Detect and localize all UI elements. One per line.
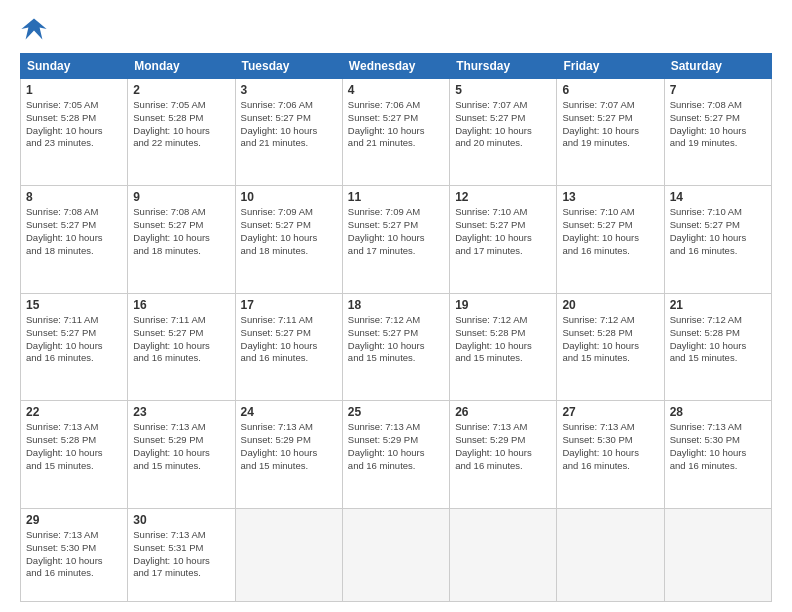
day-info: Sunrise: 7:05 AM Sunset: 5:28 PM Dayligh…: [26, 99, 122, 150]
calendar-cell: [450, 508, 557, 601]
day-number: 29: [26, 513, 122, 527]
calendar-weekday-header: Wednesday: [342, 54, 449, 79]
calendar-cell: 4Sunrise: 7:06 AM Sunset: 5:27 PM Daylig…: [342, 79, 449, 186]
calendar-cell: 23Sunrise: 7:13 AM Sunset: 5:29 PM Dayli…: [128, 401, 235, 508]
day-number: 15: [26, 298, 122, 312]
calendar-cell: 19Sunrise: 7:12 AM Sunset: 5:28 PM Dayli…: [450, 293, 557, 400]
calendar-cell: 8Sunrise: 7:08 AM Sunset: 5:27 PM Daylig…: [21, 186, 128, 293]
calendar-cell: 29Sunrise: 7:13 AM Sunset: 5:30 PM Dayli…: [21, 508, 128, 601]
calendar-cell: [664, 508, 771, 601]
calendar-cell: 13Sunrise: 7:10 AM Sunset: 5:27 PM Dayli…: [557, 186, 664, 293]
day-info: Sunrise: 7:12 AM Sunset: 5:27 PM Dayligh…: [348, 314, 444, 365]
calendar-cell: 15Sunrise: 7:11 AM Sunset: 5:27 PM Dayli…: [21, 293, 128, 400]
day-info: Sunrise: 7:13 AM Sunset: 5:30 PM Dayligh…: [26, 529, 122, 580]
day-number: 25: [348, 405, 444, 419]
day-info: Sunrise: 7:13 AM Sunset: 5:29 PM Dayligh…: [133, 421, 229, 472]
calendar-week-row: 15Sunrise: 7:11 AM Sunset: 5:27 PM Dayli…: [21, 293, 772, 400]
day-number: 1: [26, 83, 122, 97]
calendar-weekday-header: Monday: [128, 54, 235, 79]
day-info: Sunrise: 7:13 AM Sunset: 5:29 PM Dayligh…: [241, 421, 337, 472]
page: SundayMondayTuesdayWednesdayThursdayFrid…: [0, 0, 792, 612]
day-number: 6: [562, 83, 658, 97]
day-number: 17: [241, 298, 337, 312]
calendar-cell: 17Sunrise: 7:11 AM Sunset: 5:27 PM Dayli…: [235, 293, 342, 400]
day-number: 19: [455, 298, 551, 312]
day-number: 28: [670, 405, 766, 419]
day-number: 26: [455, 405, 551, 419]
calendar-cell: 12Sunrise: 7:10 AM Sunset: 5:27 PM Dayli…: [450, 186, 557, 293]
day-info: Sunrise: 7:10 AM Sunset: 5:27 PM Dayligh…: [455, 206, 551, 257]
calendar-weekday-header: Tuesday: [235, 54, 342, 79]
day-number: 20: [562, 298, 658, 312]
day-info: Sunrise: 7:11 AM Sunset: 5:27 PM Dayligh…: [133, 314, 229, 365]
day-number: 14: [670, 190, 766, 204]
day-number: 9: [133, 190, 229, 204]
calendar-cell: 28Sunrise: 7:13 AM Sunset: 5:30 PM Dayli…: [664, 401, 771, 508]
day-info: Sunrise: 7:08 AM Sunset: 5:27 PM Dayligh…: [670, 99, 766, 150]
calendar-cell: 20Sunrise: 7:12 AM Sunset: 5:28 PM Dayli…: [557, 293, 664, 400]
calendar-week-row: 22Sunrise: 7:13 AM Sunset: 5:28 PM Dayli…: [21, 401, 772, 508]
day-info: Sunrise: 7:13 AM Sunset: 5:30 PM Dayligh…: [562, 421, 658, 472]
calendar-week-row: 29Sunrise: 7:13 AM Sunset: 5:30 PM Dayli…: [21, 508, 772, 601]
day-info: Sunrise: 7:10 AM Sunset: 5:27 PM Dayligh…: [562, 206, 658, 257]
day-number: 22: [26, 405, 122, 419]
day-info: Sunrise: 7:08 AM Sunset: 5:27 PM Dayligh…: [133, 206, 229, 257]
calendar-cell: 30Sunrise: 7:13 AM Sunset: 5:31 PM Dayli…: [128, 508, 235, 601]
day-info: Sunrise: 7:06 AM Sunset: 5:27 PM Dayligh…: [241, 99, 337, 150]
day-info: Sunrise: 7:06 AM Sunset: 5:27 PM Dayligh…: [348, 99, 444, 150]
day-info: Sunrise: 7:13 AM Sunset: 5:30 PM Dayligh…: [670, 421, 766, 472]
calendar-cell: 7Sunrise: 7:08 AM Sunset: 5:27 PM Daylig…: [664, 79, 771, 186]
day-info: Sunrise: 7:12 AM Sunset: 5:28 PM Dayligh…: [670, 314, 766, 365]
calendar-cell: [235, 508, 342, 601]
calendar-week-row: 8Sunrise: 7:08 AM Sunset: 5:27 PM Daylig…: [21, 186, 772, 293]
calendar-cell: 9Sunrise: 7:08 AM Sunset: 5:27 PM Daylig…: [128, 186, 235, 293]
day-info: Sunrise: 7:13 AM Sunset: 5:29 PM Dayligh…: [455, 421, 551, 472]
calendar-weekday-header: Thursday: [450, 54, 557, 79]
calendar-cell: 22Sunrise: 7:13 AM Sunset: 5:28 PM Dayli…: [21, 401, 128, 508]
day-number: 16: [133, 298, 229, 312]
day-info: Sunrise: 7:08 AM Sunset: 5:27 PM Dayligh…: [26, 206, 122, 257]
day-info: Sunrise: 7:12 AM Sunset: 5:28 PM Dayligh…: [562, 314, 658, 365]
day-number: 13: [562, 190, 658, 204]
calendar-cell: 3Sunrise: 7:06 AM Sunset: 5:27 PM Daylig…: [235, 79, 342, 186]
calendar-body: 1Sunrise: 7:05 AM Sunset: 5:28 PM Daylig…: [21, 79, 772, 602]
calendar-cell: 25Sunrise: 7:13 AM Sunset: 5:29 PM Dayli…: [342, 401, 449, 508]
day-info: Sunrise: 7:13 AM Sunset: 5:28 PM Dayligh…: [26, 421, 122, 472]
day-info: Sunrise: 7:12 AM Sunset: 5:28 PM Dayligh…: [455, 314, 551, 365]
calendar-cell: 26Sunrise: 7:13 AM Sunset: 5:29 PM Dayli…: [450, 401, 557, 508]
day-info: Sunrise: 7:11 AM Sunset: 5:27 PM Dayligh…: [26, 314, 122, 365]
calendar-cell: 18Sunrise: 7:12 AM Sunset: 5:27 PM Dayli…: [342, 293, 449, 400]
day-number: 24: [241, 405, 337, 419]
day-number: 18: [348, 298, 444, 312]
day-number: 27: [562, 405, 658, 419]
calendar-cell: 21Sunrise: 7:12 AM Sunset: 5:28 PM Dayli…: [664, 293, 771, 400]
calendar-cell: 2Sunrise: 7:05 AM Sunset: 5:28 PM Daylig…: [128, 79, 235, 186]
calendar-header-row: SundayMondayTuesdayWednesdayThursdayFrid…: [21, 54, 772, 79]
calendar-week-row: 1Sunrise: 7:05 AM Sunset: 5:28 PM Daylig…: [21, 79, 772, 186]
day-info: Sunrise: 7:13 AM Sunset: 5:29 PM Dayligh…: [348, 421, 444, 472]
day-number: 30: [133, 513, 229, 527]
day-info: Sunrise: 7:13 AM Sunset: 5:31 PM Dayligh…: [133, 529, 229, 580]
day-info: Sunrise: 7:07 AM Sunset: 5:27 PM Dayligh…: [455, 99, 551, 150]
calendar-weekday-header: Friday: [557, 54, 664, 79]
calendar-cell: 11Sunrise: 7:09 AM Sunset: 5:27 PM Dayli…: [342, 186, 449, 293]
calendar-cell: 6Sunrise: 7:07 AM Sunset: 5:27 PM Daylig…: [557, 79, 664, 186]
calendar-cell: 16Sunrise: 7:11 AM Sunset: 5:27 PM Dayli…: [128, 293, 235, 400]
day-number: 23: [133, 405, 229, 419]
day-number: 21: [670, 298, 766, 312]
day-info: Sunrise: 7:11 AM Sunset: 5:27 PM Dayligh…: [241, 314, 337, 365]
logo: [20, 15, 52, 43]
day-number: 2: [133, 83, 229, 97]
calendar-cell: 27Sunrise: 7:13 AM Sunset: 5:30 PM Dayli…: [557, 401, 664, 508]
day-number: 5: [455, 83, 551, 97]
day-info: Sunrise: 7:09 AM Sunset: 5:27 PM Dayligh…: [241, 206, 337, 257]
calendar-cell: [342, 508, 449, 601]
calendar-cell: 5Sunrise: 7:07 AM Sunset: 5:27 PM Daylig…: [450, 79, 557, 186]
calendar-weekday-header: Sunday: [21, 54, 128, 79]
day-number: 12: [455, 190, 551, 204]
day-number: 8: [26, 190, 122, 204]
calendar-weekday-header: Saturday: [664, 54, 771, 79]
day-info: Sunrise: 7:05 AM Sunset: 5:28 PM Dayligh…: [133, 99, 229, 150]
day-number: 4: [348, 83, 444, 97]
logo-bird-icon: [20, 15, 48, 43]
